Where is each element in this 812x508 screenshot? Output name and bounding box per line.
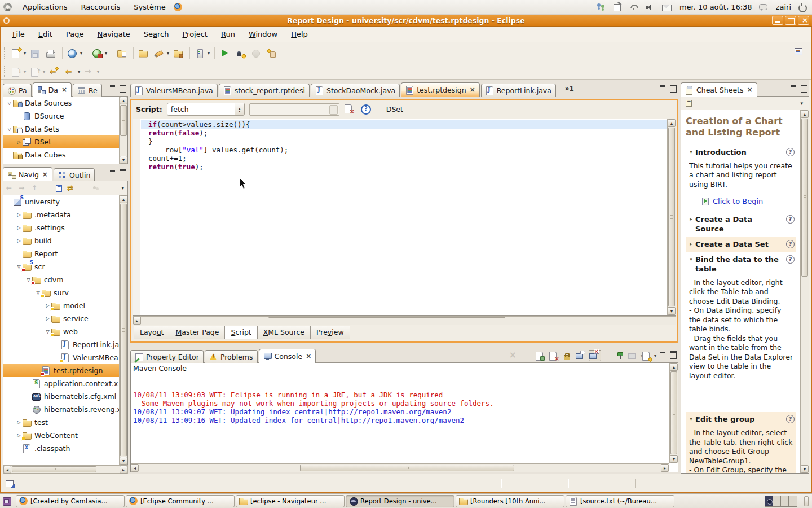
toolbar-button[interactable] [250,46,264,60]
scroll-left-icon[interactable] [3,466,11,474]
workspace-current[interactable] [765,496,773,506]
view-tab[interactable]: Property Editor [130,350,204,364]
tree-item[interactable]: test.rptdesign [3,364,127,377]
close-tab-icon[interactable] [747,86,753,93]
editor-tab[interactable]: ReportLink.java [481,84,556,97]
console-toolbar-button[interactable] [589,350,601,361]
section-arrow-icon[interactable]: ▾ [687,415,695,423]
tree-item[interactable]: ▽web [3,325,127,338]
scrollbar-vertical[interactable] [667,119,676,315]
toolbar-button[interactable] [193,46,211,60]
view-tab[interactable]: Outlin [54,168,95,182]
toolbar-button[interactable] [189,47,191,59]
dropdown-caret-icon[interactable] [654,353,656,358]
user-menu[interactable]: zairi [775,3,792,11]
dropdown-caret-icon[interactable] [80,51,82,56]
window-titlebar[interactable]: Report Design - university/scr/cdvm/test… [0,15,812,27]
section-help-icon[interactable] [786,255,795,264]
tree-item[interactable]: ▽scr [3,260,127,273]
scrollbar-horizontal[interactable] [3,465,128,474]
toolbar-grip[interactable] [4,66,6,77]
tree-item[interactable]: ▷.settings [3,221,127,234]
view-toolbar-button[interactable] [5,183,16,193]
report-perspective-icon[interactable] [794,47,803,55]
editor-page-tab[interactable]: Layout [134,326,170,339]
scroll-right-icon[interactable] [133,317,141,325]
toolbar-button[interactable] [133,47,134,59]
tree-item[interactable]: application.context.x [3,377,127,390]
window-close-button[interactable] [798,16,809,25]
scroll-down-icon[interactable] [120,457,127,465]
toolbar-button[interactable] [153,46,171,60]
maximize-view-button[interactable] [120,85,126,91]
scroll-thumb[interactable] [120,105,127,136]
toolbar-grip[interactable] [4,47,6,59]
taskbar-window-button[interactable]: [source.txt (~/Bureau... [566,495,674,507]
minimize-view-button[interactable] [660,85,666,91]
toolbar-button[interactable] [266,46,280,60]
tree-item[interactable]: ▷.metadata [3,208,127,221]
console-toolbar-button[interactable] [602,350,615,361]
toolbar-button[interactable] [64,64,82,79]
menu-item[interactable]: Page [60,28,90,40]
combo-spinner-icon[interactable] [235,103,244,115]
minimize-view-button[interactable] [110,169,116,176]
workspace[interactable] [781,496,789,506]
toolbar-button[interactable] [45,46,59,60]
tree-item[interactable]: ReportLink.ja [3,338,127,351]
tree-item[interactable]: ▽surv [3,286,127,299]
console-toolbar-button[interactable] [521,350,533,361]
dropdown-caret-icon[interactable] [24,51,26,56]
maximize-view-button[interactable] [670,85,676,91]
toolbar-button[interactable] [137,46,152,60]
window-maximize-button[interactable] [785,16,796,25]
taskbar-grip[interactable] [804,496,809,506]
editor-page-tab[interactable]: Master Page [170,326,226,339]
scrollbar-horizontal[interactable] [133,316,676,325]
scrollbar-vertical[interactable] [800,110,809,473]
scroll-thumb[interactable] [12,466,96,472]
taskbar-window-button[interactable]: [Eclipse Community ... [126,495,235,507]
console-toolbar-button[interactable] [629,350,642,361]
code-editor[interactable]: if(count>values.size()){return(false);} … [133,119,676,316]
toolbar-button[interactable] [10,64,28,79]
toolbar-button[interactable] [214,47,215,59]
close-tab-icon[interactable] [470,86,475,93]
scrollbar-vertical[interactable] [119,97,127,164]
menu-item[interactable]: File [7,28,30,40]
dropdown-caret-icon[interactable] [43,69,45,75]
cheat-begin-link[interactable]: Click to Begin [687,194,795,211]
console-toolbar-button[interactable] [575,350,588,361]
toolbar-button[interactable] [29,64,47,79]
taskbar-window-button[interactable]: [Rounders [10th Anni... [456,495,564,507]
minimize-view-button[interactable] [110,85,116,91]
taskbar-window-button[interactable]: [Created by Camtasia... [16,495,125,507]
dropdown-caret-icon[interactable] [97,69,99,75]
view-toolbar-button[interactable] [55,183,66,193]
toolbar-button[interactable] [29,46,43,60]
show-desktop-icon[interactable] [2,497,11,505]
toolbar-button[interactable] [172,46,187,60]
section-arrow-icon[interactable]: ▸ [687,215,695,223]
tree-item[interactable]: Report [3,247,127,260]
section-help-icon[interactable] [786,215,795,224]
expand-arrow-icon[interactable]: ▽ [6,100,13,106]
maximize-view-button[interactable] [801,85,807,91]
scroll-down-icon[interactable] [801,465,809,473]
code-line[interactable]: return(true); [141,163,667,171]
scroll-down-icon[interactable] [120,156,127,164]
toolbar-button[interactable] [91,46,109,60]
scroll-thumb[interactable] [801,119,808,277]
tree-item[interactable]: ▽cdvm [3,273,127,286]
expand-arrow-icon[interactable]: ▷ [44,316,51,321]
scroll-left-icon[interactable] [131,464,139,472]
scroll-up-icon[interactable] [120,195,127,203]
workspace-switcher[interactable] [765,496,797,507]
scroll-thumb[interactable] [268,317,505,318]
view-tab[interactable]: Console [259,349,316,363]
collapse-sections-icon[interactable] [685,99,694,107]
cheat-section-header[interactable]: ▾ Bind the data to the table [687,253,795,276]
toolbar-button[interactable] [83,64,101,79]
minimize-view-button[interactable] [791,85,797,91]
cheat-section-header[interactable]: ▸ Create a Data Set [687,238,795,251]
